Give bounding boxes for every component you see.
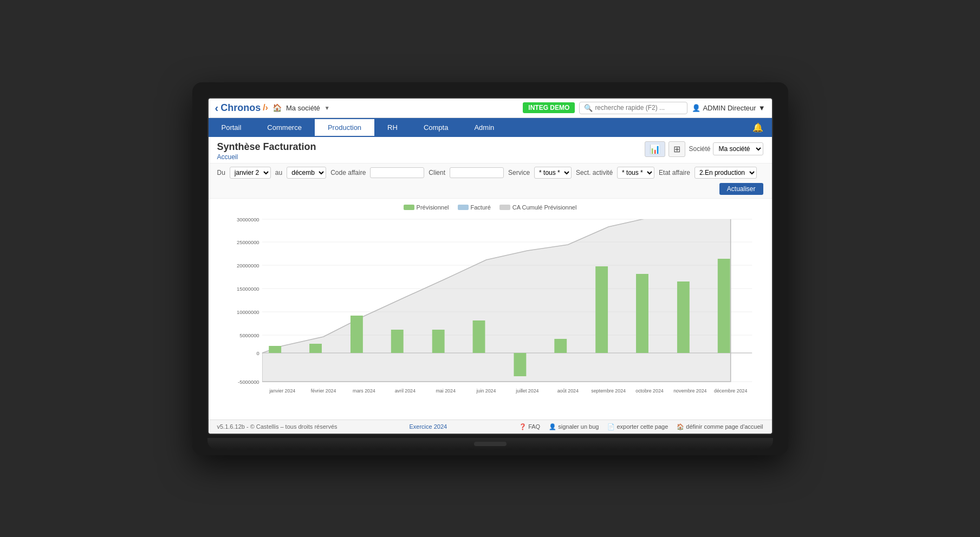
footer-bug[interactable]: 👤 signaler un bug	[549, 423, 599, 430]
bar-previsionnel-1	[309, 344, 322, 353]
logo-bracket-left: ‹	[215, 102, 219, 114]
legend-ca-cumule-color	[499, 205, 510, 210]
logo: ‹ Chronos /›	[215, 102, 268, 114]
legend-facture: Facturé	[458, 204, 491, 211]
search-area[interactable]: 🔍	[579, 102, 687, 114]
footer-right: ❓ FAQ 👤 signaler un bug 📄 exporter cette…	[519, 423, 763, 430]
svg-text:10000000: 10000000	[237, 310, 259, 315]
legend-ca-cumule-label: CA Cumulé Prévisionnel	[512, 204, 577, 211]
bar-previsionnel-8	[595, 266, 608, 353]
search-input[interactable]	[595, 104, 676, 112]
company-select-label: Société	[689, 145, 710, 153]
legend-facture-label: Facturé	[471, 204, 491, 211]
bar-previsionnel-0	[269, 346, 281, 353]
legend-ca-cumule: CA Cumulé Prévisionnel	[499, 204, 577, 211]
search-icon: 🔍	[584, 104, 593, 112]
svg-text:juin 2024: juin 2024	[476, 388, 496, 394]
svg-text:août 2024: août 2024	[557, 388, 578, 394]
legend-previsionnel: Prévisionnel	[404, 204, 449, 211]
top-bar: ‹ Chronos /› 🏠 Ma société ▼ INTEG DEMO 🔍…	[209, 99, 772, 118]
au-select[interactable]: décemb	[287, 167, 326, 179]
sect-activite-select[interactable]: * tous *	[617, 167, 654, 179]
legend-facture-color	[458, 205, 469, 210]
footer-faq[interactable]: ❓ FAQ	[519, 423, 540, 430]
etat-affaire-select[interactable]: 2.En production	[695, 167, 757, 179]
client-input[interactable]	[450, 167, 504, 178]
code-affaire-label: Code affaire	[330, 169, 366, 176]
svg-text:février 2024: février 2024	[310, 388, 336, 394]
svg-text:mars 2024: mars 2024	[353, 388, 375, 394]
code-affaire-input[interactable]	[370, 167, 424, 178]
au-label: au	[275, 169, 282, 176]
chart-legend: Prévisionnel Facturé CA Cumulé Prévision…	[217, 204, 763, 211]
bell-icon[interactable]: 🔔	[744, 118, 772, 137]
user-label: ADMIN Directeur	[703, 104, 756, 112]
bar-previsionnel-9	[636, 274, 648, 353]
filters-bar: Du janvier 2 au décemb Code affaire Clie…	[209, 163, 772, 199]
svg-text:0: 0	[256, 351, 259, 356]
footer-export[interactable]: 📄 exporter cette page	[607, 423, 668, 430]
user-icon: 👤	[692, 104, 700, 112]
svg-text:janvier 2024: janvier 2024	[269, 388, 295, 394]
nav-compta[interactable]: Compta	[411, 119, 462, 136]
svg-text:décembre 2024: décembre 2024	[714, 388, 747, 394]
nav-portail[interactable]: Portail	[209, 119, 255, 136]
svg-text:25000000: 25000000	[237, 240, 259, 245]
laptop-base	[207, 438, 773, 450]
svg-text:avril 2024: avril 2024	[394, 388, 415, 394]
etat-affaire-label: Etat affaire	[659, 169, 690, 176]
page-title-area: Synthèse Facturation Accueil	[217, 141, 316, 161]
svg-text:20000000: 20000000	[237, 263, 259, 268]
sect-activite-label: Sect. activité	[576, 169, 613, 176]
du-select[interactable]: janvier 2	[230, 167, 271, 179]
table-view-button[interactable]: ⊞	[669, 141, 685, 157]
chart-svg: 30000000 25000000 20000000 15000000 1000…	[223, 214, 763, 414]
bar-previsionnel-11	[717, 259, 730, 353]
laptop-notch	[474, 442, 507, 446]
footer-copyright: v5.1.6.12b - © Castellis – tous droits r…	[217, 423, 338, 430]
nav-commerce[interactable]: Commerce	[254, 119, 315, 136]
integ-demo-badge: INTEG DEMO	[523, 102, 575, 113]
svg-text:15000000: 15000000	[237, 286, 259, 292]
page-title: Synthèse Facturation	[217, 141, 316, 153]
company-select[interactable]: Ma société	[713, 142, 763, 155]
svg-text:-5000000: -5000000	[238, 379, 259, 385]
bar-previsionnel-2	[350, 316, 362, 353]
page-header: Synthèse Facturation Accueil 📊 ⊞ Société…	[209, 137, 772, 163]
nav-rh[interactable]: RH	[374, 119, 411, 136]
actualiser-button[interactable]: Actualiser	[719, 183, 763, 195]
bar-previsionnel-4	[432, 330, 444, 353]
nav-admin[interactable]: Admin	[461, 119, 507, 136]
bar-previsionnel-10	[677, 281, 689, 353]
breadcrumb-link[interactable]: Accueil	[217, 153, 238, 161]
svg-text:5000000: 5000000	[239, 333, 259, 338]
legend-previsionnel-label: Prévisionnel	[417, 204, 449, 211]
logo-slash: /›	[263, 103, 268, 113]
service-select[interactable]: * tous *	[534, 167, 572, 179]
home-icon[interactable]: 🏠	[272, 103, 282, 112]
legend-previsionnel-color	[404, 205, 414, 210]
footer-exercice-link[interactable]: Exercice 2024	[409, 423, 447, 430]
svg-text:juillet 2024: juillet 2024	[515, 388, 538, 394]
laptop-frame: ‹ Chronos /› 🏠 Ma société ▼ INTEG DEMO 🔍…	[192, 82, 788, 455]
chart-view-button[interactable]: 📊	[645, 141, 665, 157]
footer: v5.1.6.12b - © Castellis – tous droits r…	[209, 420, 772, 434]
bar-previsionnel-6	[514, 353, 526, 376]
company-select-area: Société Ma société	[689, 142, 763, 155]
chart-container: Prévisionnel Facturé CA Cumulé Prévision…	[209, 199, 772, 420]
view-controls: 📊 ⊞ Société Ma société	[645, 141, 763, 157]
svg-text:octobre 2024: octobre 2024	[635, 388, 664, 394]
chart-area: 30000000 25000000 20000000 15000000 1000…	[223, 214, 763, 414]
logo-text: Chronos	[220, 102, 261, 114]
laptop-screen: ‹ Chronos /› 🏠 Ma société ▼ INTEG DEMO 🔍…	[207, 97, 773, 435]
user-dropdown-arrow[interactable]: ▼	[758, 104, 765, 112]
client-label: Client	[429, 169, 445, 176]
footer-home-set[interactable]: 🏠 définir comme page d'accueil	[677, 423, 763, 430]
nav-production[interactable]: Production	[315, 119, 374, 136]
service-label: Service	[508, 169, 530, 176]
svg-text:septembre 2024: septembre 2024	[591, 388, 626, 394]
bar-previsionnel-3	[391, 330, 403, 353]
svg-text:mai 2024: mai 2024	[436, 388, 455, 394]
company-dropdown-arrow[interactable]: ▼	[324, 105, 330, 111]
du-label: Du	[217, 169, 225, 176]
